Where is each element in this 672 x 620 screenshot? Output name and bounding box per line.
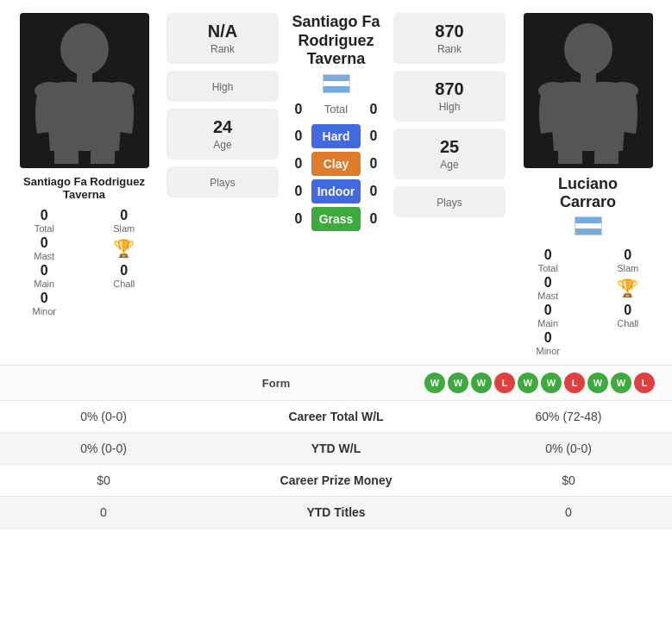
- svg-point-6: [564, 23, 612, 75]
- player-left-stats: 0 Total 0 Slam 0 Mast 🏆 0 Main 0: [9, 208, 160, 316]
- form-badge-4: W: [518, 373, 538, 393]
- right-grass-score: 0: [361, 211, 386, 227]
- form-badges: WWWLWWLWWL: [362, 373, 655, 393]
- stats-right-1: 0% (0-0): [482, 442, 655, 455]
- player-left-chall-group: 0 Chall: [89, 263, 160, 289]
- left-indoor-score: 0: [286, 184, 311, 199]
- left-hard-score: 0: [286, 128, 311, 144]
- player-left-slam-group: 0 Slam: [89, 208, 160, 234]
- player-right-slam-value: 0: [593, 247, 664, 263]
- clay-button: Clay: [311, 152, 361, 176]
- player-right-mast-group: 0 Mast: [512, 275, 584, 301]
- stats-rows: 0% (0-0) Career Total W/L 60% (72-48) 0%…: [0, 401, 672, 529]
- player-left-total-label: Total: [9, 223, 80, 234]
- player-right-total-label: Total: [512, 263, 584, 273]
- right-plays-label: Plays: [404, 197, 495, 209]
- total-label: Total: [311, 103, 361, 116]
- left-total-score: 0: [286, 102, 311, 117]
- svg-rect-10: [558, 147, 582, 164]
- center-section: Santiago FaRodriguezTaverna 0 Total 0 0 …: [286, 13, 386, 356]
- form-badge-9: L: [634, 373, 655, 393]
- stats-row-0: 0% (0-0) Career Total W/L 60% (72-48): [0, 401, 672, 433]
- player-left-card: Santiago Fa Rodriguez Taverna 0 Total 0 …: [9, 13, 160, 356]
- stats-row-3: 0 YTD Titles 0: [0, 497, 672, 529]
- grass-button: Grass: [311, 207, 361, 231]
- stats-label-1: YTD W/L: [190, 442, 482, 455]
- right-age-box: 25 Age: [393, 128, 506, 179]
- stats-right-2: $0: [482, 473, 655, 487]
- player-left-name: Santiago Fa Rodriguez Taverna: [9, 175, 160, 201]
- player-left-mast-value: 0: [9, 235, 80, 251]
- grass-row: 0 Grass 0: [286, 207, 386, 231]
- stats-right-3: 0: [482, 505, 655, 519]
- bottom-section: Form WWWLWWLWWL 0% (0-0) Career Total W/…: [0, 365, 672, 529]
- player-left-mast-label: Mast: [9, 251, 80, 261]
- form-badge-6: L: [564, 373, 585, 393]
- right-age-value: 25: [404, 137, 495, 157]
- player-left-chall-label: Chall: [89, 279, 160, 289]
- stats-label-3: YTD Titles: [190, 505, 482, 519]
- player-right-main-group: 0 Main: [512, 303, 584, 329]
- svg-point-0: [60, 23, 109, 75]
- left-stats-boxes: N/ARankHigh24AgePlays: [166, 13, 279, 356]
- stats-row-1: 0% (0-0) YTD W/L 0% (0-0): [0, 433, 672, 465]
- main-container: Santiago Fa Rodriguez Taverna 0 Total 0 …: [0, 0, 672, 529]
- stats-left-2: $0: [17, 473, 190, 487]
- clay-row: 0 Clay 0: [286, 152, 386, 176]
- player-left-minor-value: 0: [9, 291, 80, 306]
- left-stat-box-plays: Plays: [166, 166, 279, 197]
- player-right-flag: [575, 216, 602, 235]
- svg-rect-1: [77, 72, 92, 85]
- player-right-stats: 0 Total 0 Slam 0 Mast 🏆 0 Main: [512, 247, 663, 356]
- player-right-name-top: LucianoCarraro: [558, 175, 618, 211]
- form-row: Form WWWLWWLWWL: [0, 366, 672, 401]
- player-left-slam-label: Slam: [89, 223, 160, 234]
- player-right-chall-group: 0 Chall: [593, 303, 664, 329]
- player-left-minor-group: 0 Minor: [9, 291, 80, 316]
- indoor-button: Indoor: [311, 179, 361, 204]
- left-stat-box-rank: N/ARank: [166, 13, 279, 64]
- form-badge-1: W: [448, 373, 468, 393]
- player-left-avatar: [20, 13, 149, 168]
- right-stats-boxes: 870 Rank 870 High 25 Age Plays: [393, 13, 506, 356]
- right-high-label: High: [404, 101, 495, 113]
- player-right-avatar: [524, 13, 653, 168]
- stats-left-3: 0: [17, 505, 190, 519]
- player-right-mast-value: 0: [512, 275, 584, 291]
- player-right-chall-label: Chall: [593, 318, 664, 329]
- svg-rect-4: [54, 147, 79, 164]
- form-badge-5: W: [541, 373, 562, 393]
- player-right-total-group: 0 Total: [512, 247, 584, 273]
- right-rank-box: 870 Rank: [393, 13, 506, 64]
- stats-left-1: 0% (0-0): [17, 442, 190, 455]
- stats-right-0: 60% (72-48): [482, 410, 655, 423]
- player-right-main-label: Main: [512, 318, 584, 329]
- stats-row-2: $0 Career Prize Money $0: [0, 465, 672, 497]
- right-plays-box: Plays: [393, 186, 506, 217]
- player-left-name-top: Santiago FaRodriguezTaverna: [292, 13, 380, 69]
- indoor-row: 0 Indoor 0: [286, 179, 386, 204]
- player-left-total-value: 0: [9, 208, 80, 223]
- form-badge-8: W: [611, 373, 631, 393]
- player-left-flag: [323, 74, 350, 93]
- form-label: Form: [190, 377, 362, 390]
- player-right-slam-label: Slam: [593, 263, 664, 273]
- left-grass-score: 0: [286, 211, 311, 227]
- form-badge-3: L: [494, 373, 515, 393]
- player-left-mast-group: 0 Mast: [9, 235, 80, 261]
- left-stat-box-age: 24Age: [166, 109, 279, 160]
- trophy-icon-right: 🏆: [593, 275, 664, 301]
- right-total-score: 0: [361, 102, 386, 117]
- form-badge-7: W: [587, 373, 608, 393]
- player-right-minor-group: 0 Minor: [512, 330, 584, 356]
- player-left-main-value: 0: [9, 263, 80, 279]
- trophy-icon: 🏆: [89, 235, 160, 261]
- right-indoor-score: 0: [361, 184, 386, 199]
- svg-rect-11: [594, 147, 619, 164]
- player-left-main-label: Main: [9, 279, 80, 289]
- player-left-total-group: 0 Total: [9, 208, 80, 234]
- player-left-main-group: 0 Main: [9, 263, 80, 289]
- player-right-minor-label: Minor: [512, 346, 584, 356]
- form-badge-2: W: [471, 373, 492, 393]
- player-right-minor-value: 0: [512, 330, 584, 346]
